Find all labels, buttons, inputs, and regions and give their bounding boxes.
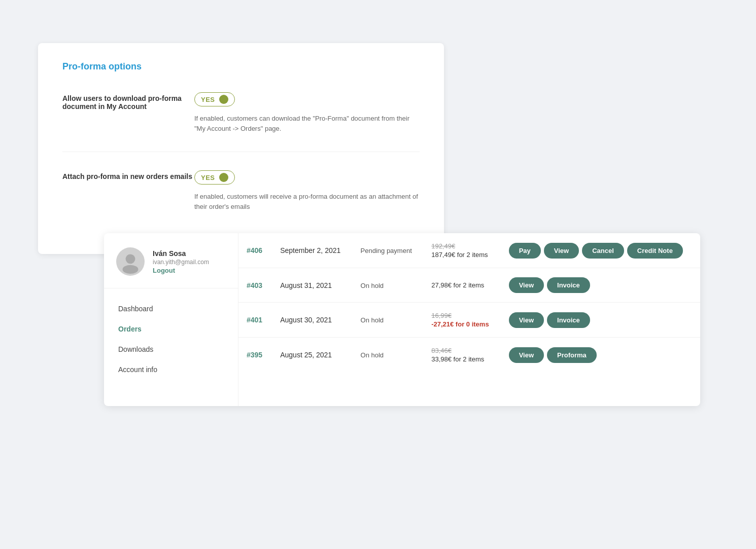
svg-point-0 bbox=[126, 254, 135, 264]
toggle-dot-2 bbox=[219, 173, 228, 182]
proforma-divider bbox=[62, 152, 420, 152]
avatar bbox=[116, 247, 145, 276]
order-price-395: 83,46€ 33,98€ for 2 items bbox=[431, 347, 492, 363]
order-date-401: August 30, 2021 bbox=[280, 316, 332, 324]
order-link-406[interactable]: #406 bbox=[247, 246, 262, 254]
view-button-395[interactable]: View bbox=[509, 347, 544, 363]
order-actions-403: View Invoice bbox=[509, 277, 692, 293]
view-button-401[interactable]: View bbox=[509, 312, 544, 328]
proforma-label-1: Allow users to download pro-forma docume… bbox=[62, 92, 194, 111]
toggle-1[interactable]: YES bbox=[194, 92, 235, 106]
cancel-button-406[interactable]: Cancel bbox=[582, 243, 624, 259]
orders-area: #406 September 2, 2021 Pending payment 1… bbox=[238, 233, 700, 406]
view-button-406[interactable]: View bbox=[544, 243, 579, 259]
proforma-row-2: Attach pro-forma in new orders emails YE… bbox=[62, 170, 420, 211]
order-status-406: Pending payment bbox=[361, 247, 412, 254]
sidebar-item-dashboard[interactable]: Dashboard bbox=[104, 299, 238, 319]
table-row: #403 August 31, 2021 On hold 27,98€ for … bbox=[238, 268, 700, 303]
order-actions-406: Pay View Cancel Credit Note bbox=[509, 243, 692, 259]
order-status-403: On hold bbox=[361, 282, 384, 289]
proforma-content-2: YES If enabled, customers will receive a… bbox=[194, 170, 420, 211]
user-email: ivan.yith@gmail.com bbox=[153, 259, 209, 266]
price-original-401: 16,99€ bbox=[431, 312, 492, 319]
credit-note-button-406[interactable]: Credit Note bbox=[627, 243, 683, 259]
sidebar-item-account-info[interactable]: Account info bbox=[104, 359, 238, 380]
order-price-401: 16,99€ -27,21€ for 0 items bbox=[431, 312, 492, 328]
order-status-401: On hold bbox=[361, 316, 384, 324]
table-row: #395 August 25, 2021 On hold 83,46€ 33,9… bbox=[238, 338, 700, 373]
order-link-395[interactable]: #395 bbox=[247, 351, 262, 359]
proforma-desc-1: If enabled, customers can download the "… bbox=[194, 114, 420, 133]
table-row: #401 August 30, 2021 On hold 16,99€ -27,… bbox=[238, 303, 700, 338]
price-discounted-401: -27,21€ for 0 items bbox=[431, 320, 492, 328]
svg-point-1 bbox=[123, 265, 139, 274]
table-row: #406 September 2, 2021 Pending payment 1… bbox=[238, 233, 700, 268]
order-date-395: August 25, 2021 bbox=[280, 351, 332, 359]
account-card: Iván Sosa ivan.yith@gmail.com Logout Das… bbox=[104, 233, 700, 406]
view-button-403[interactable]: View bbox=[509, 277, 544, 293]
order-link-401[interactable]: #401 bbox=[247, 316, 262, 324]
invoice-button-403[interactable]: Invoice bbox=[547, 277, 590, 293]
proforma-desc-2: If enabled, customers will receive a pro… bbox=[194, 192, 420, 211]
toggle-label-1: YES bbox=[201, 96, 215, 103]
pay-button-406[interactable]: Pay bbox=[509, 243, 541, 259]
toggle-dot-1 bbox=[219, 95, 228, 104]
sidebar-item-downloads[interactable]: Downloads bbox=[104, 339, 238, 359]
proforma-card: Pro-forma options Allow users to downloa… bbox=[38, 43, 444, 254]
order-status-395: On hold bbox=[361, 351, 384, 359]
proforma-row-1: Allow users to download pro-forma docume… bbox=[62, 92, 420, 133]
proforma-label-2: Attach pro-forma in new orders emails bbox=[62, 170, 194, 180]
order-link-403[interactable]: #403 bbox=[247, 281, 262, 289]
order-date-406: September 2, 2021 bbox=[280, 246, 340, 254]
price-discounted-395: 33,98€ for 2 items bbox=[431, 355, 492, 363]
user-name: Iván Sosa bbox=[153, 249, 209, 258]
order-date-403: August 31, 2021 bbox=[280, 281, 332, 289]
user-info: Iván Sosa ivan.yith@gmail.com Logout bbox=[153, 249, 209, 274]
order-actions-395: View Proforma bbox=[509, 347, 692, 363]
logout-link[interactable]: Logout bbox=[153, 267, 209, 274]
sidebar-nav: Dashboard Orders Downloads Account info bbox=[104, 288, 238, 390]
invoice-button-401[interactable]: Invoice bbox=[547, 312, 590, 328]
order-price-403: 27,98€ for 2 items bbox=[431, 281, 492, 289]
price-original-406: 192,49€ bbox=[431, 242, 492, 250]
orders-table: #406 September 2, 2021 Pending payment 1… bbox=[238, 233, 700, 372]
user-profile: Iván Sosa ivan.yith@gmail.com Logout bbox=[104, 233, 238, 288]
price-discounted-406: 187,49€ for 2 items bbox=[431, 251, 492, 259]
proforma-content-1: YES If enabled, customers can download t… bbox=[194, 92, 420, 133]
price-normal-403: 27,98€ for 2 items bbox=[431, 281, 492, 289]
proforma-title: Pro-forma options bbox=[62, 61, 420, 72]
price-original-395: 83,46€ bbox=[431, 347, 492, 354]
sidebar-item-orders[interactable]: Orders bbox=[104, 319, 238, 339]
toggle-label-2: YES bbox=[201, 174, 215, 181]
order-actions-401: View Invoice bbox=[509, 312, 692, 328]
proforma-button-395[interactable]: Proforma bbox=[547, 347, 597, 363]
account-sidebar: Iván Sosa ivan.yith@gmail.com Logout Das… bbox=[104, 233, 238, 406]
toggle-2[interactable]: YES bbox=[194, 170, 235, 185]
order-price-406: 192,49€ 187,49€ for 2 items bbox=[431, 242, 492, 259]
